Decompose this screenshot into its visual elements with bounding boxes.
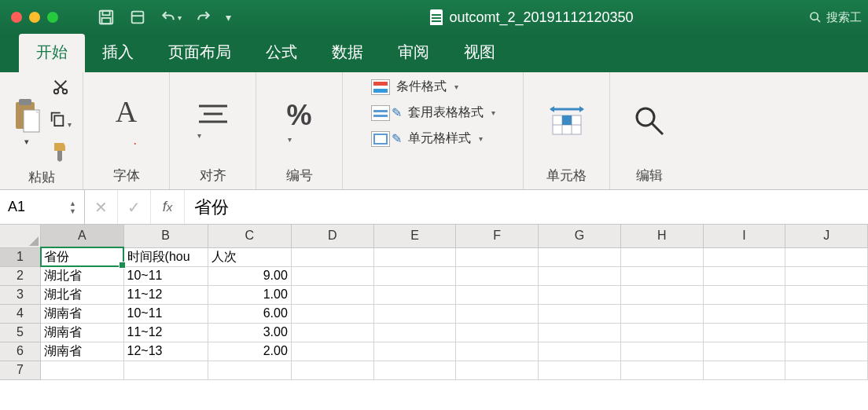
- cell[interactable]: 2.00: [208, 342, 291, 361]
- cell[interactable]: 10~11: [123, 304, 208, 323]
- column-header[interactable]: A: [41, 225, 123, 247]
- cell[interactable]: 湖北省: [41, 266, 123, 285]
- save-icon[interactable]: [97, 9, 115, 26]
- column-header[interactable]: D: [291, 225, 373, 247]
- cell[interactable]: 1.00: [208, 285, 291, 304]
- cell[interactable]: [291, 304, 373, 323]
- cell[interactable]: [703, 247, 785, 266]
- confirm-formula-button[interactable]: ✓: [118, 190, 151, 224]
- cell[interactable]: 湖南省: [41, 323, 123, 342]
- cells-button[interactable]: [546, 104, 587, 137]
- cell[interactable]: [703, 304, 785, 323]
- format-table-button[interactable]: ✎套用表格格式▾: [371, 104, 495, 121]
- cell[interactable]: 湖南省: [41, 342, 123, 361]
- cell[interactable]: [539, 247, 621, 266]
- tab-data[interactable]: 数据: [314, 34, 381, 72]
- cell[interactable]: [620, 342, 703, 361]
- cell[interactable]: [291, 285, 373, 304]
- print-icon[interactable]: [129, 9, 146, 26]
- column-header[interactable]: H: [620, 225, 703, 247]
- cell[interactable]: [291, 266, 373, 285]
- conditional-formatting-button[interactable]: 条件格式▾: [371, 79, 495, 95]
- tab-formulas[interactable]: 公式: [248, 34, 314, 72]
- cell[interactable]: 3.00: [208, 323, 291, 342]
- tab-review[interactable]: 审阅: [381, 34, 447, 72]
- cell[interactable]: 湖南省: [41, 304, 123, 323]
- cell[interactable]: [785, 247, 868, 266]
- row-header[interactable]: 1: [0, 247, 41, 266]
- cell[interactable]: [785, 342, 868, 361]
- cell[interactable]: [620, 285, 703, 304]
- cell[interactable]: [785, 285, 868, 304]
- cell[interactable]: [703, 285, 785, 304]
- cell[interactable]: [456, 304, 539, 323]
- cell[interactable]: [456, 361, 539, 379]
- cell[interactable]: [373, 285, 456, 304]
- redo-icon[interactable]: [196, 9, 211, 25]
- cell[interactable]: [291, 342, 373, 361]
- format-painter-icon[interactable]: [51, 141, 70, 165]
- cell[interactable]: [620, 247, 703, 266]
- cell[interactable]: [291, 247, 373, 266]
- tab-view[interactable]: 视图: [447, 34, 513, 72]
- cell[interactable]: 11~12: [123, 285, 208, 304]
- cell[interactable]: [785, 266, 868, 285]
- cell[interactable]: [539, 361, 621, 379]
- cell[interactable]: [373, 266, 456, 285]
- cell[interactable]: [539, 342, 621, 361]
- cell[interactable]: 12~13: [123, 342, 208, 361]
- column-header[interactable]: C: [208, 225, 291, 247]
- find-button[interactable]: [633, 104, 666, 137]
- column-header[interactable]: J: [785, 225, 868, 247]
- name-box[interactable]: A1 ▲▼: [0, 190, 85, 224]
- column-header[interactable]: B: [123, 225, 208, 247]
- minimize-window-button[interactable]: [29, 12, 40, 23]
- row-header[interactable]: 7: [0, 361, 41, 379]
- cell[interactable]: [373, 342, 456, 361]
- cell[interactable]: [539, 323, 621, 342]
- number-format-button[interactable]: %▾: [286, 99, 311, 144]
- cell[interactable]: [291, 323, 373, 342]
- column-header[interactable]: E: [373, 225, 456, 247]
- cell[interactable]: [785, 361, 868, 379]
- cell[interactable]: [456, 342, 539, 361]
- select-all-corner[interactable]: [0, 225, 41, 247]
- cell[interactable]: [456, 247, 539, 266]
- cell[interactable]: [456, 285, 539, 304]
- close-window-button[interactable]: [11, 12, 22, 23]
- cell[interactable]: [620, 304, 703, 323]
- cell[interactable]: 湖北省: [41, 285, 123, 304]
- formula-input[interactable]: 省份: [184, 190, 868, 224]
- column-header[interactable]: I: [703, 225, 785, 247]
- paste-button[interactable]: ▾: [11, 97, 42, 147]
- cell[interactable]: 人次: [208, 247, 291, 266]
- copy-icon[interactable]: ▾: [49, 110, 72, 130]
- tab-page-layout[interactable]: 页面布局: [151, 34, 248, 72]
- cell[interactable]: 11~12: [123, 323, 208, 342]
- column-header[interactable]: F: [456, 225, 539, 247]
- cell[interactable]: [373, 361, 456, 379]
- cell[interactable]: [291, 361, 373, 379]
- row-header[interactable]: 4: [0, 304, 41, 323]
- column-header[interactable]: G: [539, 225, 621, 247]
- cell[interactable]: [539, 285, 621, 304]
- cell[interactable]: [539, 304, 621, 323]
- cancel-formula-button[interactable]: ✕: [85, 190, 118, 224]
- search-box[interactable]: 搜索工: [809, 10, 862, 25]
- undo-icon[interactable]: ▾: [160, 9, 182, 25]
- cut-icon[interactable]: [52, 79, 69, 99]
- name-box-stepper-icon[interactable]: ▲▼: [69, 200, 76, 215]
- cell[interactable]: [208, 361, 291, 379]
- row-header[interactable]: 2: [0, 266, 41, 285]
- row-header[interactable]: 5: [0, 323, 41, 342]
- cell[interactable]: [620, 323, 703, 342]
- cell[interactable]: [373, 247, 456, 266]
- cell[interactable]: 10~11: [123, 266, 208, 285]
- cell[interactable]: 时间段(hou: [123, 247, 208, 266]
- cell[interactable]: [785, 304, 868, 323]
- cell[interactable]: [373, 323, 456, 342]
- cell[interactable]: 9.00: [208, 266, 291, 285]
- font-button[interactable]: A.: [116, 94, 137, 148]
- cell[interactable]: [539, 266, 621, 285]
- fx-icon[interactable]: fx: [151, 190, 184, 224]
